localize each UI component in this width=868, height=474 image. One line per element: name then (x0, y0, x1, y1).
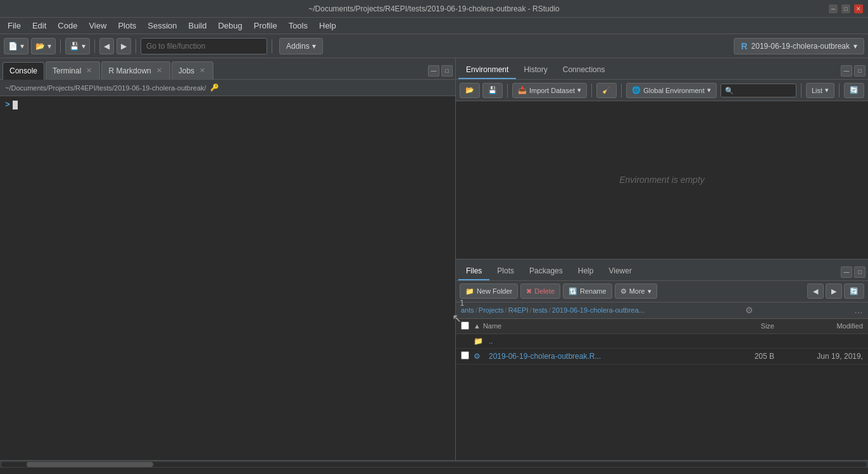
open-file-icon: 📂 (35, 42, 45, 51)
files-panel-maximize[interactable]: □ (854, 266, 865, 278)
menu-profile[interactable]: Profile (249, 20, 282, 32)
scrollbar-track[interactable] (1, 462, 867, 467)
breadcrumb-item-projects[interactable]: Projects (479, 306, 504, 314)
rename-button[interactable]: 🔃 Rename (563, 284, 612, 299)
file-icon-parent: 📁 (474, 337, 486, 346)
env-search-input[interactable] (720, 84, 796, 97)
file-row-rfile[interactable]: ⚙ 2019-06-19-cholera-outbreak.R... 205 B… (456, 349, 868, 365)
header-modified-label: Modified (836, 322, 863, 330)
tab-files[interactable]: Files (458, 263, 489, 280)
tab-viewer[interactable]: Viewer (601, 263, 639, 280)
more-button[interactable]: ⚙ More ▾ (615, 284, 657, 299)
menu-help[interactable]: Help (314, 20, 341, 32)
env-refresh-button[interactable]: 🔄 (844, 83, 864, 98)
new-file-arrow: ▾ (20, 42, 24, 51)
menu-view[interactable]: View (84, 20, 111, 32)
tab-terminal-close[interactable]: ✕ (85, 66, 93, 75)
tab-help[interactable]: Help (570, 263, 601, 280)
header-name[interactable]: ▲ Name (474, 322, 724, 330)
addins-button[interactable]: Addins ▾ (279, 38, 323, 54)
file-name-rfile[interactable]: 2019-06-19-cholera-outbreak.R... (489, 352, 724, 361)
file-row-parent[interactable]: 📁 .. (456, 334, 868, 349)
menu-plots[interactable]: Plots (113, 20, 141, 32)
select-all-checkbox[interactable] (461, 321, 469, 330)
header-size[interactable]: Size (724, 322, 774, 330)
file-check-rfile[interactable] (461, 351, 474, 361)
tab-console[interactable]: Console (3, 62, 44, 80)
tab-history[interactable]: History (516, 61, 555, 79)
global-env-button[interactable]: 🌐 Global Environment ▾ (626, 83, 717, 98)
clear-env-button[interactable]: 🧹 (596, 83, 617, 98)
breadcrumb-item-r4epi[interactable]: R4EPI (508, 306, 529, 314)
right-top-controls: — □ (841, 65, 865, 77)
close-button[interactable]: ✕ (854, 4, 863, 13)
import-dataset-button[interactable]: 📥 Import Dataset ▾ (512, 83, 587, 98)
nav-forward-button[interactable]: ▶ (116, 38, 131, 54)
breadcrumb-item-cholera[interactable]: 2019-06-19-cholera-outbrea... (552, 306, 645, 314)
new-folder-button[interactable]: 📁 New Folder (460, 284, 518, 299)
new-file-button[interactable]: 📄 ▾ (4, 38, 28, 54)
list-label: List (812, 87, 822, 94)
breadcrumb-settings-icon[interactable]: ⚙ (745, 305, 753, 315)
back-icon: ◀ (104, 42, 110, 51)
file-name-parent[interactable]: .. (489, 337, 724, 346)
scrollbar-thumb[interactable] (27, 462, 153, 467)
delete-button[interactable]: ✖ Delete (520, 284, 560, 299)
bottom-scrollbar[interactable] (0, 460, 868, 468)
rename-label: Rename (580, 287, 607, 295)
tab-rmarkdown-close[interactable]: ✕ (155, 66, 163, 75)
breadcrumb-item-tests[interactable]: tests (533, 306, 548, 314)
files-back-button[interactable]: ◀ (807, 284, 824, 299)
toolbar-sep-4 (272, 39, 272, 53)
save-button[interactable]: 💾 ▾ (65, 38, 90, 54)
tab-rmarkdown[interactable]: R Markdown ✕ (101, 61, 170, 79)
menu-code[interactable]: Code (53, 20, 82, 32)
menu-build[interactable]: Build (184, 20, 212, 32)
maximize-button[interactable]: □ (841, 4, 850, 13)
tab-plots[interactable]: Plots (489, 263, 522, 280)
minimize-button[interactable]: ─ (829, 4, 838, 13)
project-button[interactable]: R 2019-06-19-cholera-outbreak ▾ (734, 38, 864, 54)
right-panel: Environment History Connections — □ 📂 (456, 58, 868, 460)
tab-connections[interactable]: Connections (555, 61, 613, 79)
tab-packages[interactable]: Packages (522, 263, 570, 280)
file-size-rfile: 205 B (724, 352, 774, 361)
env-toolbar: 📂 💾 📥 Import Dataset ▾ 🧹 🌐 (456, 80, 868, 101)
files-forward-button[interactable]: ▶ (826, 284, 842, 299)
env-sep-1 (507, 84, 508, 97)
more-label: More (629, 287, 645, 295)
save-workspace-button[interactable]: 💾 (482, 83, 503, 98)
menu-debug[interactable]: Debug (213, 20, 247, 32)
menu-session[interactable]: Session (142, 20, 182, 32)
left-panel-maximize[interactable]: □ (441, 65, 453, 77)
menu-file[interactable]: File (3, 20, 26, 32)
menu-tools[interactable]: Tools (284, 20, 313, 32)
console-area[interactable]: > (0, 96, 455, 460)
file-checkbox-rfile[interactable] (461, 351, 469, 359)
load-workspace-button[interactable]: 📂 (460, 83, 480, 98)
tab-connections-label: Connections (563, 65, 605, 74)
go-to-file-input[interactable] (141, 38, 267, 54)
env-panel-maximize[interactable]: □ (854, 65, 865, 77)
menu-edit[interactable]: Edit (27, 20, 51, 32)
open-file-button[interactable]: 📂 ▾ (31, 38, 56, 54)
header-modified[interactable]: Modified (774, 322, 863, 330)
tab-jobs-close[interactable]: ✕ (198, 66, 206, 75)
nav-back-button[interactable]: ◀ (99, 38, 114, 54)
environment-panel: Environment History Connections — □ 📂 (456, 58, 868, 259)
tab-terminal[interactable]: Terminal ✕ (46, 61, 100, 79)
breadcrumb-extra: … (854, 305, 863, 315)
env-panel-minimize[interactable]: — (841, 65, 852, 77)
right-bottom-controls: — □ (841, 266, 865, 278)
files-panel: Files Plots Packages Help Viewer — □ (456, 259, 868, 461)
cursor-bar (13, 101, 18, 109)
tab-jobs[interactable]: Jobs ✕ (172, 61, 213, 79)
files-panel-minimize[interactable]: — (841, 266, 852, 278)
files-sync-button[interactable]: 🔄 (844, 284, 864, 299)
list-button[interactable]: List ▾ (806, 83, 834, 98)
global-env-arrow: ▾ (707, 86, 711, 94)
tab-environment[interactable]: Environment (458, 61, 516, 79)
files-toolbar: 📁 New Folder ✖ Delete 🔃 Rename ⚙ More ▾ (456, 281, 868, 302)
left-panel-minimize[interactable]: — (428, 65, 439, 77)
path-icon: 🔑 (210, 84, 219, 92)
